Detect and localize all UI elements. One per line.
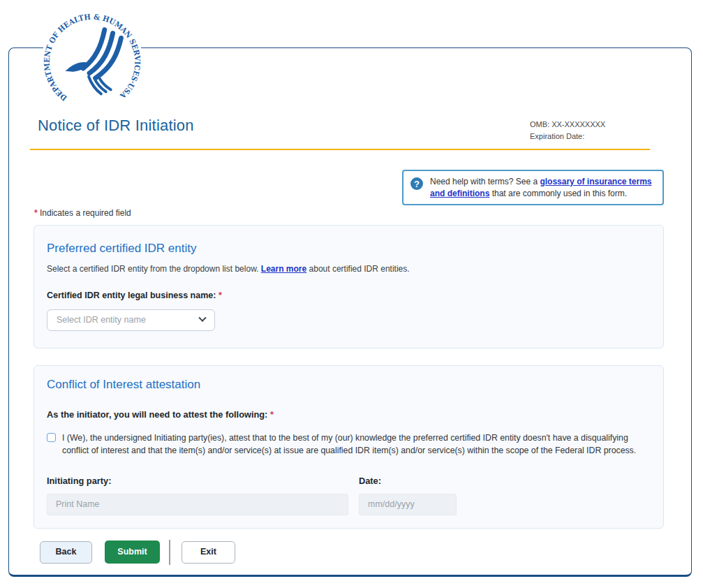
submit-button[interactable]: Submit xyxy=(105,541,160,564)
section-conflict-of-interest: Conflict of Interest attestation As the … xyxy=(34,365,664,529)
hhs-logo: DEPARTMENT OF HEALTH & HUMAN SERVICES·US… xyxy=(40,10,144,114)
required-asterisk: * xyxy=(270,409,274,420)
form-actions: Back Submit Exit xyxy=(40,540,664,565)
section-preferred-idr-entity: Preferred certified IDR entity Select a … xyxy=(34,225,664,348)
page-header: Notice of IDR Initiation OMB: XX-XXXXXXX… xyxy=(34,115,664,142)
button-divider xyxy=(169,540,170,565)
learn-more-link[interactable]: Learn more xyxy=(261,264,306,274)
initiating-party-input[interactable] xyxy=(47,494,348,515)
date-label: Date: xyxy=(359,474,457,487)
initiating-party-field-group: Initiating party: xyxy=(47,474,348,515)
help-box: ? Need help with terms? See a glossary o… xyxy=(402,170,664,205)
initiating-party-label: Initiating party: xyxy=(47,474,348,487)
back-button[interactable]: Back xyxy=(40,541,92,564)
section-heading: Preferred certified IDR entity xyxy=(47,241,649,256)
idr-entity-dropdown[interactable]: Select IDR entity name xyxy=(47,309,215,331)
question-circle-icon: ? xyxy=(410,177,423,190)
required-note-text: Indicates a required field xyxy=(40,208,131,218)
chevron-down-icon xyxy=(198,314,206,322)
help-text-after: that are commonly used in this form. xyxy=(492,189,627,198)
required-asterisk: * xyxy=(34,208,38,218)
description-after: about certified IDR entities. xyxy=(309,264,410,274)
attestation-checkbox-row: I (We), the undersigned Initiating party… xyxy=(47,432,649,457)
help-text: Need help with terms? See a glossary of … xyxy=(430,175,656,200)
omb-block: OMB: XX-XXXXXXXX Expiration Date: xyxy=(530,115,664,142)
expiration-date: Expiration Date: xyxy=(530,131,664,142)
omb-number: OMB: XX-XXXXXXXX xyxy=(530,119,664,131)
required-asterisk: * xyxy=(219,291,222,300)
exit-button[interactable]: Exit xyxy=(182,541,235,564)
description-before: Select a certified IDR entity from the d… xyxy=(47,264,258,274)
help-row: ? Need help with terms? See a glossary o… xyxy=(34,170,664,205)
attestation-checkbox-label: I (We), the undersigned Initiating party… xyxy=(62,432,649,457)
form-card: DEPARTMENT OF HEALTH & HUMAN SERVICES·US… xyxy=(8,47,692,577)
date-input[interactable] xyxy=(359,494,457,515)
dropdown-placeholder: Select IDR entity name xyxy=(57,315,146,325)
attestation-fields-row: Initiating party: Date: xyxy=(47,474,649,515)
date-field-group: Date: xyxy=(359,474,457,515)
attestation-intro: As the initiator, you will need to attes… xyxy=(47,408,649,421)
attestation-checkbox[interactable] xyxy=(47,433,56,442)
form-content: Notice of IDR Initiation OMB: XX-XXXXXXX… xyxy=(9,115,691,565)
idr-entity-name-label: Certified IDR entity legal business name… xyxy=(47,289,649,302)
section-heading: Conflict of Interest attestation xyxy=(47,377,649,392)
section-description: Select a certified IDR entity from the d… xyxy=(47,263,649,275)
help-text-before: Need help with terms? See a xyxy=(430,177,538,186)
required-field-note: * Indicates a required field xyxy=(34,208,664,218)
page-title: Notice of IDR Initiation xyxy=(38,115,194,142)
title-underline xyxy=(30,149,650,150)
